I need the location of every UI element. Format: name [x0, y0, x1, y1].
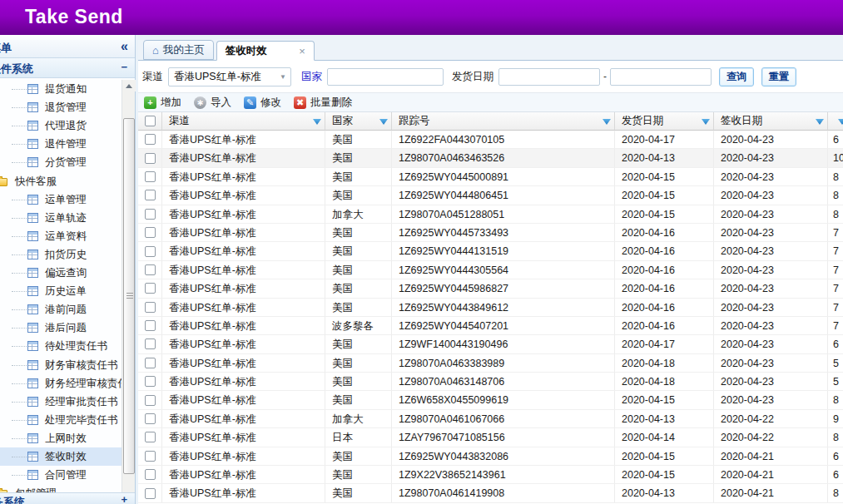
table-row[interactable]: 香港UPS红单-标准美国1Z6925WY04438496122020-04-16…: [138, 299, 843, 317]
scrollbar-thumb[interactable]: [123, 118, 135, 474]
tab-sign-timeliness[interactable]: 签收时效 ×: [216, 41, 315, 61]
table-row[interactable]: 香港UPS红单-标准美国1Z6925WY04443055642020-04-16…: [138, 261, 843, 279]
column-header[interactable]: 跟踪号: [392, 112, 615, 131]
row-checkbox[interactable]: [145, 283, 156, 294]
table-row[interactable]: 香港UPS红单-标准美国1Z9X22V386521439612020-04-15…: [138, 466, 843, 484]
table-row[interactable]: 香港UPS红单-标准美国1Z98070A04634635262020-04-13…: [138, 149, 843, 167]
table-row[interactable]: 香港UPS红单-标准美国1Z6925WY04448064512020-04-15…: [138, 186, 843, 205]
table-row[interactable]: 香港UPS红单-标准美国1Z98070A04633839892020-04-18…: [138, 354, 843, 373]
column-header[interactable]: [828, 112, 843, 131]
row-checkbox[interactable]: [145, 395, 156, 406]
table-row[interactable]: 香港UPS红单-标准美国1Z98070A04631487062020-04-18…: [138, 373, 843, 391]
chevron-down-icon[interactable]: ▼: [275, 73, 290, 81]
tree-item[interactable]: 退件管理: [0, 135, 121, 153]
row-checkbox[interactable]: [145, 376, 156, 387]
tree-item[interactable]: 运单管理: [0, 190, 121, 209]
tree-item-label: 财务经理审核责任书: [45, 374, 121, 393]
ship-date-to-input[interactable]: [610, 68, 712, 86]
table-row[interactable]: 香港UPS红单-标准美国1Z6W658X04550996192020-04-15…: [138, 391, 843, 409]
table-row[interactable]: 香港UPS红单-标准美国1Z98070A04614199082020-04-13…: [138, 484, 843, 502]
table-row[interactable]: 香港UPS红单-标准美国1Z6925WY04450008912020-04-15…: [138, 168, 843, 186]
batch-delete-button[interactable]: ✖ 批量删除: [294, 96, 352, 110]
tree-item[interactable]: 财务审核责任书: [0, 356, 121, 374]
row-checkbox[interactable]: [145, 190, 156, 200]
tree-item[interactable]: 偏远查询: [0, 264, 121, 282]
channel-select[interactable]: 香港UPS红单-标准 ▼: [168, 67, 291, 86]
tree-category[interactable]: 快件客服: [0, 172, 121, 190]
select-all-checkbox[interactable]: [145, 116, 156, 126]
tree-item[interactable]: 退货管理: [0, 98, 121, 116]
collapse-sidebar-icon[interactable]: «: [121, 39, 128, 54]
row-checkbox[interactable]: [145, 451, 156, 462]
add-button[interactable]: + 增加: [144, 96, 181, 110]
row-checkbox[interactable]: [145, 320, 156, 331]
row-checkbox[interactable]: [145, 413, 156, 424]
tree-item[interactable]: 财务经理审核责任书: [0, 374, 121, 393]
search-button[interactable]: 查询: [719, 67, 754, 86]
table-row[interactable]: 香港UPS红单-标准美国1Z6925WY04438320862020-04-15…: [138, 447, 843, 466]
collapse-section-icon[interactable]: −: [121, 61, 127, 73]
column-header[interactable]: 发货日期: [615, 112, 714, 131]
table-row[interactable]: 香港UPS红单-标准波多黎各1Z6925WY04454072012020-04-…: [138, 317, 843, 335]
filter-arrow-icon[interactable]: [602, 119, 611, 125]
tree-item[interactable]: 代理退货: [0, 116, 121, 135]
filter-arrow-icon[interactable]: [313, 119, 321, 125]
tab-my-homepage[interactable]: ⌂ 我的主页: [143, 40, 214, 60]
column-header[interactable]: 渠道: [162, 112, 325, 131]
row-checkbox[interactable]: [145, 264, 156, 275]
table-row[interactable]: 香港UPS红单-标准美国1Z6925WY04441315192020-04-16…: [138, 242, 843, 260]
column-header[interactable]: 签收日期: [714, 112, 828, 131]
tree-item[interactable]: 待处理责任书: [0, 337, 121, 355]
row-checkbox[interactable]: [145, 171, 156, 182]
tree-item[interactable]: 上网时效: [0, 429, 121, 447]
tree-item[interactable]: 分货管理: [0, 153, 121, 171]
row-checkbox[interactable]: [145, 209, 156, 220]
cell-country: 美国: [325, 149, 392, 167]
table-row[interactable]: 香港UPS红单-标准日本1ZAY796704710851562020-04-14…: [138, 428, 843, 447]
tree-item[interactable]: 提货通知: [0, 80, 121, 98]
row-checkbox[interactable]: [145, 246, 156, 257]
row-checkbox[interactable]: [145, 227, 156, 238]
accordion-section-finance-system[interactable]: 财务系统 +: [0, 492, 135, 504]
row-checkbox[interactable]: [145, 358, 156, 368]
table-row[interactable]: 香港UPS红单-标准加拿大1Z98070A04512880512020-04-1…: [138, 205, 843, 224]
table-row[interactable]: 香港UPS红单-标准美国1Z6922FA04430701052020-04-17…: [138, 131, 843, 149]
row-checkbox[interactable]: [145, 153, 156, 164]
row-checkbox[interactable]: [145, 338, 156, 349]
tree-item[interactable]: 扣货历史: [0, 245, 121, 264]
tree-item[interactable]: 港前问题: [0, 300, 121, 319]
reset-button[interactable]: 重置: [761, 67, 796, 86]
table-row[interactable]: 香港UPS红单-标准美国1Z6925WY04457334932020-04-16…: [138, 224, 843, 242]
row-checkbox[interactable]: [145, 488, 156, 499]
table-row[interactable]: 香港UPS红单-标准美国1Z6925WY04459868272020-04-16…: [138, 279, 843, 298]
close-tab-icon[interactable]: ×: [299, 45, 305, 57]
column-header[interactable]: 国家: [325, 112, 392, 131]
tree-category[interactable]: 包邮管理: [0, 484, 121, 492]
tree-item[interactable]: 合同管理: [0, 466, 121, 484]
table-row[interactable]: 香港UPS红单-标准美国1Z9WF14004431904962020-04-17…: [138, 335, 843, 353]
filter-arrow-icon[interactable]: [816, 119, 824, 125]
tree-item[interactable]: 签收时效: [0, 447, 121, 466]
tree-item[interactable]: 历史运单: [0, 282, 121, 300]
filter-arrow-icon[interactable]: [379, 119, 388, 125]
scroll-up-button[interactable]: [122, 80, 136, 91]
tree-scrollbar[interactable]: [121, 80, 135, 504]
tree-item[interactable]: 运单轨迹: [0, 209, 121, 227]
expand-section-icon[interactable]: +: [121, 493, 127, 504]
import-button[interactable]: ∗ 导入: [194, 96, 231, 110]
filter-arrow-icon[interactable]: [838, 119, 843, 125]
accordion-section-express-system[interactable]: 快件系统 −: [0, 58, 135, 78]
row-checkbox[interactable]: [145, 432, 156, 442]
tree-item[interactable]: 处理完毕责任书: [0, 411, 121, 429]
edit-button[interactable]: ✎ 修改: [244, 96, 281, 110]
ship-date-from-input[interactable]: [498, 68, 600, 86]
row-checkbox[interactable]: [145, 469, 156, 480]
country-input[interactable]: [327, 68, 444, 86]
tree-item[interactable]: 运单资料: [0, 227, 121, 245]
row-checkbox[interactable]: [145, 302, 156, 313]
row-checkbox[interactable]: [145, 134, 156, 145]
table-row[interactable]: 香港UPS红单-标准加拿大1Z98070A04610670662020-04-1…: [138, 410, 843, 428]
tree-item[interactable]: 经理审批责任书: [0, 393, 121, 411]
tree-item[interactable]: 港后问题: [0, 319, 121, 337]
filter-arrow-icon[interactable]: [702, 119, 710, 125]
